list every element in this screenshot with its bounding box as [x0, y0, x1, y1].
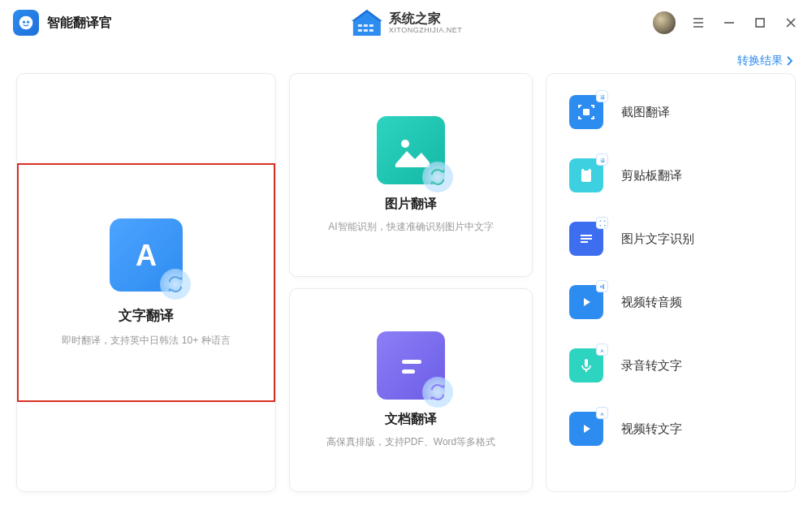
document-translation-subtitle: 高保真排版，支持PDF、Word等多格式: [326, 434, 495, 449]
main-content: A 文字翻译 即时翻译，支持英中日韩法 10+ 种语言 图片翻译 AI智能识别，…: [0, 73, 812, 508]
svg-rect-22: [600, 286, 601, 287]
brand-main-text: 系统之家: [389, 11, 462, 26]
minimize-button[interactable]: [721, 15, 737, 31]
svg-rect-20: [581, 238, 592, 240]
badge-icon: 译: [596, 153, 608, 166]
text-translation-card[interactable]: A 文字翻译 即时翻译，支持英中日韩法 10+ 种语言: [16, 73, 276, 492]
center-brand: 系统之家 XITONGZHIJIA.NET: [350, 8, 462, 37]
document-translation-icon-wrap: [377, 331, 445, 400]
svg-rect-25: [585, 359, 588, 367]
svg-text:译: 译: [600, 95, 605, 100]
image-translation-subtitle: AI智能识别，快速准确识别图片中文字: [328, 219, 493, 234]
text-translation-subtitle: 即时翻译，支持英中日韩法 10+ 种语言: [62, 333, 230, 348]
svg-rect-9: [756, 19, 764, 27]
svg-rect-14: [583, 109, 590, 115]
side-item-label: 视频转音频: [621, 295, 682, 310]
side-item-label: 录音转文字: [621, 358, 682, 374]
side-item-video-to-audio[interactable]: 视频转音频: [546, 270, 795, 334]
svg-text:译: 译: [600, 158, 605, 163]
text-translation-title: 文字翻译: [119, 306, 174, 325]
svg-point-2: [27, 21, 29, 24]
document-translation-title: 文档翻译: [385, 411, 437, 428]
side-item-clipboard-translate[interactable]: 译 剪贴板翻译: [546, 144, 795, 207]
brand-sub-text: XITONGZHIJIA.NET: [389, 26, 462, 34]
menu-button[interactable]: [690, 15, 706, 31]
screenshot-icon: 译: [569, 95, 603, 129]
swap-icon: [422, 377, 453, 408]
title-bar: 智能翻译官 系统之家 XITONGZHIJIA.NET: [0, 0, 812, 45]
svg-rect-21: [581, 241, 588, 243]
svg-rect-7: [364, 29, 368, 32]
svg-rect-12: [402, 360, 421, 364]
side-item-screenshot-translate[interactable]: 译 截图翻译: [546, 80, 795, 144]
svg-text:A: A: [600, 412, 603, 417]
side-item-label: 图片文字识别: [621, 231, 694, 247]
text-translation-icon-wrap: A: [110, 218, 183, 292]
brand-house-icon: [350, 8, 384, 37]
user-avatar[interactable]: [653, 11, 676, 34]
svg-rect-5: [369, 24, 374, 27]
svg-rect-24: [603, 284, 604, 289]
video-text-icon: A: [569, 412, 603, 446]
side-item-video-to-text[interactable]: A 视频转文字: [546, 397, 795, 460]
document-translation-card[interactable]: 文档翻译 高保真排版，支持PDF、Word等多格式: [289, 288, 533, 492]
mid-column: 图片翻译 AI智能识别，快速准确识别图片中文字 文档翻译 高保真排版，支持PDF…: [289, 73, 533, 492]
svg-point-0: [19, 16, 33, 30]
ocr-icon: [569, 222, 603, 256]
badge-icon: 译: [596, 90, 608, 102]
badge-icon: A: [596, 344, 608, 356]
app-title: 智能翻译官: [47, 15, 112, 32]
swap-icon: [422, 162, 453, 192]
side-item-label: 视频转文字: [621, 421, 682, 437]
image-translation-title: 图片翻译: [385, 196, 437, 213]
window-controls: [653, 11, 799, 34]
badge-icon: [596, 280, 608, 292]
conversion-results-label: 转换结果: [737, 54, 783, 68]
svg-rect-17: [584, 167, 589, 171]
image-translation-icon-wrap: [377, 116, 445, 184]
badge-icon: A: [596, 407, 608, 419]
side-item-label: 截图翻译: [621, 105, 670, 120]
topbar-link-row: 转换结果: [0, 45, 812, 73]
svg-text:A: A: [600, 348, 603, 353]
app-logo-icon: [13, 10, 39, 36]
close-button[interactable]: [783, 15, 799, 31]
clipboard-icon: 译: [569, 158, 603, 192]
swap-icon: [160, 269, 191, 300]
image-translation-card[interactable]: 图片翻译 AI智能识别，快速准确识别图片中文字: [289, 73, 533, 277]
chevron-right-icon: [786, 56, 793, 66]
mic-icon: A: [569, 348, 603, 382]
svg-point-1: [23, 21, 25, 24]
conversion-results-link[interactable]: 转换结果: [737, 54, 793, 68]
svg-rect-3: [358, 24, 362, 27]
svg-text:A: A: [136, 239, 157, 272]
maximize-button[interactable]: [752, 15, 768, 31]
svg-rect-8: [369, 29, 374, 32]
svg-rect-19: [581, 235, 592, 236]
side-item-audio-to-text[interactable]: A 录音转文字: [546, 334, 795, 397]
svg-rect-13: [402, 370, 415, 374]
svg-rect-16: [581, 169, 591, 182]
side-item-label: 剪贴板翻译: [621, 168, 682, 184]
svg-rect-6: [358, 29, 362, 32]
badge-icon: [596, 217, 608, 229]
side-item-image-ocr[interactable]: 图片文字识别: [546, 207, 795, 270]
svg-rect-4: [364, 24, 368, 27]
video-audio-icon: [569, 285, 603, 319]
svg-rect-23: [602, 285, 603, 288]
side-panel: 译 截图翻译 译 剪贴板翻译 图片文字识别 视频转音频: [546, 73, 796, 492]
svg-point-11: [401, 140, 409, 148]
